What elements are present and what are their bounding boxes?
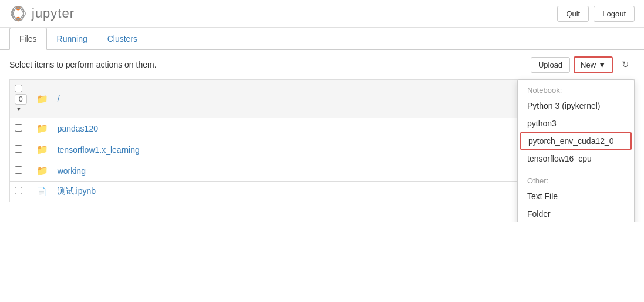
dropdown-menu: Notebook: Python 3 (ipykernel) python3 p… <box>517 79 635 222</box>
row-name-cell[interactable]: working <box>53 160 453 182</box>
row-name-cell[interactable]: 测试.ipynb <box>53 182 453 202</box>
refresh-button[interactable]: ↻ <box>616 56 635 73</box>
row-name-cell[interactable]: tensorflow1.x_learning <box>53 139 453 160</box>
row-name-cell[interactable]: pandas120 <box>53 118 453 139</box>
tab-running[interactable]: Running <box>47 28 97 50</box>
row-icon-cell: 📁 <box>32 160 53 182</box>
dropdown-item-python3[interactable]: python3 <box>518 115 634 132</box>
row-check-cell <box>10 160 32 182</box>
dropdown-item-python3-ipykernel[interactable]: Python 3 (ipykernel) <box>518 97 634 115</box>
new-button[interactable]: New ▼ <box>574 56 613 73</box>
toolbar-description: Select items to perform actions on them. <box>9 60 157 69</box>
dropdown-other-label: Other: <box>518 173 634 187</box>
breadcrumb-folder-icon: 📁 <box>36 94 48 104</box>
tabs-bar: Files Running Clusters <box>0 28 644 50</box>
logo-text: jupyter <box>32 6 75 21</box>
dropdown-item-text-file[interactable]: Text File <box>518 187 634 205</box>
upload-button[interactable]: Upload <box>531 57 570 73</box>
toolbar: Select items to perform actions on them.… <box>0 50 644 79</box>
row-checkbox[interactable] <box>15 166 22 174</box>
breadcrumb-text: / <box>58 94 60 103</box>
file-link[interactable]: 测试.ipynb <box>58 186 96 196</box>
row-checkbox[interactable] <box>15 187 22 194</box>
toolbar-right: Upload New ▼ ↻ <box>531 56 635 73</box>
header-name-cell: / <box>53 80 453 118</box>
header-buttons: Quit Logout <box>557 6 635 22</box>
header: jupyter Quit Logout <box>0 0 644 28</box>
row-checkbox[interactable] <box>15 145 22 153</box>
tab-clusters[interactable]: Clusters <box>97 28 147 50</box>
row-check-cell <box>10 182 32 202</box>
quit-button[interactable]: Quit <box>557 6 589 22</box>
row-icon-cell: 📁 <box>32 118 53 139</box>
row-icon-cell: 📄 <box>32 182 53 202</box>
new-dropdown-arrow-icon: ▼ <box>598 61 606 69</box>
row-checkbox[interactable] <box>15 124 22 132</box>
tab-files[interactable]: Files <box>9 28 47 50</box>
file-link[interactable]: tensorflow1.x_learning <box>58 145 140 155</box>
count-dropdown-arrow-icon[interactable]: ▼ <box>16 106 22 112</box>
row-check-cell <box>10 118 32 139</box>
dropdown-notebook-label: Notebook: <box>518 82 634 97</box>
count-badge: 0 <box>15 94 27 105</box>
file-link[interactable]: pandas120 <box>58 124 98 133</box>
dropdown-divider <box>518 170 634 170</box>
row-check-cell <box>10 139 32 160</box>
dropdown-item-pytorch-env[interactable]: pytorch_env_cuda12_0 <box>520 132 632 150</box>
row-icon-cell: 📁 <box>32 139 53 160</box>
folder-icon: 📁 <box>36 166 48 176</box>
file-list-container: 0 ▼ 📁 / Nam e <box>0 79 644 202</box>
dropdown-item-folder[interactable]: Folder <box>518 205 634 222</box>
folder-icon: 📁 <box>36 145 48 155</box>
logout-button[interactable]: Logout <box>594 6 635 22</box>
logo-area: jupyter <box>9 5 75 22</box>
svg-point-4 <box>11 5 26 22</box>
header-check-cell: 0 ▼ <box>10 80 32 118</box>
file-link[interactable]: working <box>58 166 86 176</box>
check-area: 0 ▼ <box>15 85 27 113</box>
notebook-icon: 📄 <box>36 187 46 196</box>
dropdown-item-tensorflow16[interactable]: tensorflow16_cpu <box>518 150 634 167</box>
select-all-checkbox[interactable] <box>15 85 22 92</box>
header-icon-cell: 📁 <box>32 80 53 118</box>
jupyter-logo-icon <box>9 5 27 22</box>
folder-icon: 📁 <box>36 123 48 133</box>
